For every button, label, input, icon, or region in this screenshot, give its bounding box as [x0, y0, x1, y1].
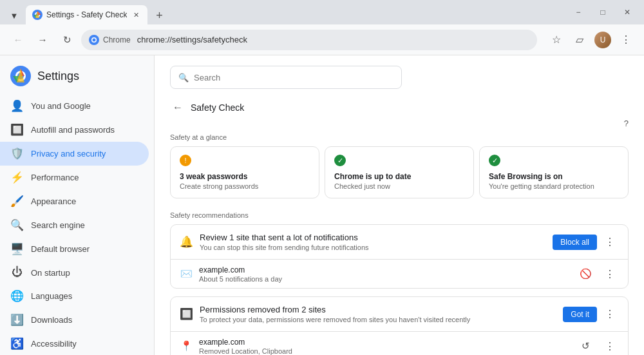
glance-card-title-passwords: 3 weak passwords: [180, 172, 310, 181]
main-layout: Settings 👤 You and Google 🔲 Autofill and…: [0, 55, 644, 355]
bookmark-btn[interactable]: ☆: [546, 30, 567, 50]
rec-menu-btn-notifications[interactable]: ⋮: [601, 233, 619, 251]
rec-desc-permissions: To protect your data, permissions were r…: [200, 316, 556, 323]
back-to-settings-btn[interactable]: ←: [170, 99, 185, 116]
settings-logo: [10, 66, 31, 86]
safety-at-a-glance-label: Safety at a glance: [170, 133, 629, 141]
sidebar-item-languages[interactable]: 🌐 Languages: [0, 284, 149, 308]
glance-card-icon-passwords: !: [180, 155, 310, 169]
rec-subaction-example-notif[interactable]: 🚫: [576, 265, 594, 283]
sidebar-item-accessibility[interactable]: ♿ Accessibility: [0, 332, 149, 355]
glance-card-icon-safe-browsing: ✓: [489, 155, 619, 169]
profile-btn[interactable]: U: [592, 30, 613, 50]
active-tab[interactable]: Settings - Safety Check ✕: [26, 5, 147, 24]
sidebar-icon-search-engine: 🔍: [10, 218, 23, 232]
site-icon: [89, 35, 99, 45]
rec-subaction-example-loc[interactable]: ↺: [576, 337, 594, 355]
rec-subitem-example-loc: 📍 example.com Removed Location, Clipboar…: [171, 332, 628, 355]
rec-title-permissions: Permissions removed from 2 sites: [200, 305, 556, 314]
glance-card-title-safe-browsing: Safe Browsing is on: [489, 172, 619, 181]
settings-title: Settings: [37, 70, 79, 83]
maximize-btn[interactable]: □: [591, 3, 614, 21]
rec-subtext-example-loc: example.com Removed Location, Clipboard: [199, 338, 570, 355]
tab-dropdown-btn[interactable]: ▼: [5, 6, 23, 24]
sidebar-item-search-engine[interactable]: 🔍 Search engine: [0, 213, 149, 237]
rec-submenu-example-loc[interactable]: ⋮: [601, 337, 619, 355]
sidebar-label-search-engine: Search engine: [31, 220, 85, 230]
sidebar-item-performance[interactable]: ⚡ Performance: [0, 166, 149, 189]
avatar-image: U: [594, 32, 611, 48]
content-search-box[interactable]: 🔍: [170, 66, 402, 89]
sidebar-item-default-browser[interactable]: 🖥️ Default browser: [0, 237, 149, 261]
rec-action-btn-permissions[interactable]: Got it: [563, 307, 597, 322]
sidebar-icon-languages: 🌐: [10, 289, 23, 303]
sidebar-label-autofill: Autofill and passwords: [31, 125, 115, 135]
rec-actions-notifications: Block all ⋮: [553, 233, 619, 251]
sidebar-item-on-startup[interactable]: ⏻ On startup: [0, 261, 149, 284]
navbar-actions: ☆ ▱ U ⋮: [546, 30, 636, 50]
back-btn[interactable]: ←: [8, 30, 28, 50]
refresh-btn[interactable]: ↻: [57, 30, 77, 50]
help-icon-row: ?: [170, 119, 629, 128]
address-bar[interactable]: Chrome chrome://settings/safetycheck: [81, 30, 537, 50]
rec-card-notifications: 🔔 Review 1 site that sent a lot of notif…: [170, 224, 629, 289]
titlebar: ▼ Settings - Safety Check ✕ + − □ ✕: [0, 0, 644, 24]
rec-subtitle-example-notif: example.com: [199, 265, 570, 274]
sidebar-icon-autofill: 🔲: [10, 123, 23, 137]
rec-subdesc-example-loc: Removed Location, Clipboard: [199, 347, 570, 355]
rec-subdesc-example-notif: About 5 notifications a day: [199, 275, 570, 283]
rec-card-permissions: 🔲 Permissions removed from 2 sites To pr…: [170, 296, 629, 355]
glance-card-passwords: ! 3 weak passwords Create strong passwor…: [170, 146, 319, 198]
rec-menu-btn-permissions[interactable]: ⋮: [601, 305, 619, 323]
tab-close-btn[interactable]: ✕: [131, 10, 141, 20]
tab-favicon: [32, 10, 43, 20]
rec-text-permissions: Permissions removed from 2 sites To prot…: [200, 305, 556, 323]
sidebar-label-performance: Performance: [31, 173, 79, 182]
sidebar-icon-you-and-google: 👤: [10, 99, 23, 113]
chrome-label: Chrome: [103, 35, 131, 44]
sidebar-label-accessibility: Accessibility: [31, 339, 77, 349]
rec-icon-permissions: 🔲: [180, 307, 193, 321]
glance-card-safe-browsing: ✓ Safe Browsing is on You're getting sta…: [479, 146, 629, 198]
tab-strip: ▼ Settings - Safety Check ✕ +: [5, 0, 562, 24]
menu-btn[interactable]: ⋮: [616, 30, 636, 50]
sidebar-icon-on-startup: ⏻: [10, 266, 23, 279]
sidebar-icon-default-browser: 🖥️: [10, 242, 23, 256]
glance-card-desc-safe-browsing: You're getting standard protection: [489, 182, 619, 190]
rec-subtitle-example-loc: example.com: [199, 338, 570, 347]
sidebar-item-you-and-google[interactable]: 👤 You and Google: [0, 94, 149, 118]
sidebar-icon-downloads: ⬇️: [10, 313, 23, 327]
sidebar-label-appearance: Appearance: [31, 197, 76, 206]
close-btn[interactable]: ✕: [616, 3, 639, 21]
forward-btn[interactable]: →: [32, 30, 53, 50]
search-icon: 🔍: [178, 73, 189, 82]
rec-text-notifications: Review 1 site that sent a lot of notific…: [200, 233, 546, 251]
new-tab-btn[interactable]: +: [150, 6, 168, 24]
sidebar-item-autofill[interactable]: 🔲 Autofill and passwords: [0, 118, 149, 142]
sidebar-item-privacy[interactable]: 🛡️ Privacy and security: [0, 142, 149, 166]
sidebar-items-container: 👤 You and Google 🔲 Autofill and password…: [0, 94, 154, 355]
sidebar-label-languages: Languages: [31, 291, 72, 301]
glance-cards: ! 3 weak passwords Create strong passwor…: [170, 146, 629, 198]
sidebar-item-downloads[interactable]: ⬇️ Downloads: [0, 308, 149, 332]
recommendations-section: 🔔 Review 1 site that sent a lot of notif…: [170, 224, 629, 355]
sidebar-label-on-startup: On startup: [31, 268, 70, 278]
sidebar-label-default-browser: Default browser: [31, 244, 90, 254]
rec-subtext-example-notif: example.com About 5 notifications a day: [199, 265, 570, 283]
help-icon[interactable]: ?: [624, 119, 629, 128]
rec-submenu-example-notif[interactable]: ⋮: [601, 265, 619, 283]
navbar: ← → ↻ Chrome chrome://settings/safetyche…: [0, 24, 644, 55]
glance-card-desc-chrome-update: Checked just now: [334, 182, 464, 190]
avatar[interactable]: U: [594, 32, 611, 48]
search-input[interactable]: [194, 73, 393, 82]
sidebar-item-appearance[interactable]: 🖌️ Appearance: [0, 189, 149, 213]
sidebar-icon-accessibility: ♿: [10, 337, 23, 350]
rec-header-notifications: 🔔 Review 1 site that sent a lot of notif…: [171, 225, 628, 259]
svg-text:✓: ✓: [337, 157, 343, 164]
svg-text:!: !: [184, 157, 186, 164]
rec-action-btn-notifications[interactable]: Block all: [553, 235, 597, 250]
sidebar-icon-privacy: 🛡️: [10, 147, 23, 160]
page-header: ← Safety Check: [170, 99, 629, 116]
minimize-btn[interactable]: −: [567, 3, 590, 21]
extensions-btn[interactable]: ▱: [569, 30, 590, 50]
